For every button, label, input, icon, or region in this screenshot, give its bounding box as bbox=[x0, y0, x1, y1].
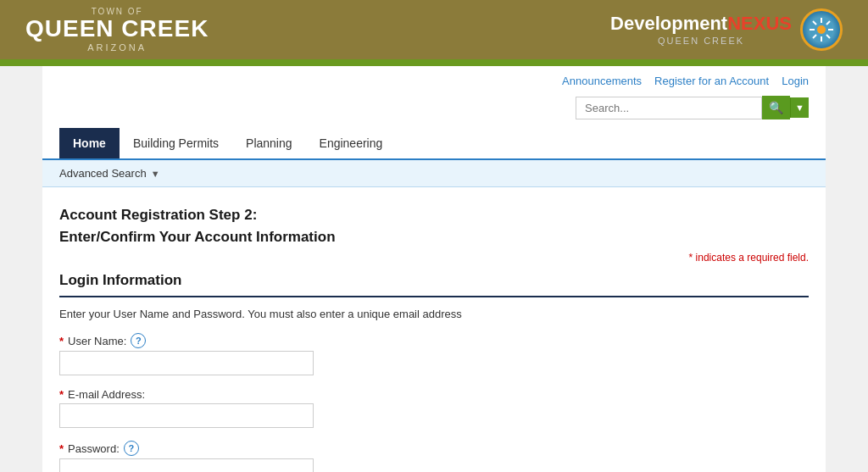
login-link[interactable]: Login bbox=[782, 75, 809, 87]
nav-home[interactable]: Home bbox=[59, 128, 120, 158]
main-nav-bar: Home Building Permits Planning Engineeri… bbox=[42, 128, 826, 158]
site-header: TOWN OF QUEEN CREEK ARIZONA DevelopmentN… bbox=[0, 0, 868, 59]
search-input[interactable] bbox=[576, 97, 762, 119]
password-input[interactable] bbox=[59, 458, 314, 472]
main-content-area: Announcements Register for an Account Lo… bbox=[42, 66, 826, 472]
username-field-group: * User Name: ? bbox=[59, 333, 809, 375]
svg-point-1 bbox=[817, 25, 826, 34]
username-help-icon[interactable]: ? bbox=[131, 333, 146, 348]
password-required-star: * bbox=[59, 442, 64, 455]
queen-creek-sub-text: QUEEN CREEK bbox=[610, 36, 792, 47]
advanced-search-bar[interactable]: Advanced Search ▼ bbox=[42, 158, 826, 187]
dev-nexus-logo: DevelopmentNEXUS QUEEN CREEK bbox=[610, 8, 843, 51]
development-text: Development bbox=[610, 13, 727, 34]
search-dropdown-button[interactable]: ▼ bbox=[790, 97, 809, 118]
section-title: Login Information bbox=[59, 272, 809, 289]
form-description: Enter your User Name and Password. You m… bbox=[59, 308, 809, 320]
register-link[interactable]: Register for an Account bbox=[654, 75, 769, 87]
password-field-group: * Password: ? bbox=[59, 441, 809, 472]
section-divider bbox=[59, 296, 809, 297]
password-label: Password: bbox=[68, 442, 120, 455]
search-button[interactable]: 🔍 bbox=[762, 96, 790, 119]
required-field-note: * indicates a required field. bbox=[59, 252, 809, 264]
search-area: 🔍 ▼ bbox=[42, 92, 826, 128]
email-required-star: * bbox=[59, 388, 64, 401]
announcements-link[interactable]: Announcements bbox=[562, 75, 642, 87]
username-required-star: * bbox=[59, 335, 64, 347]
email-input[interactable] bbox=[59, 403, 314, 428]
logo-icon bbox=[800, 8, 843, 51]
email-label: E-mail Address: bbox=[68, 388, 145, 401]
page-title: Account Registration Step 2: Enter/Confi… bbox=[59, 204, 809, 247]
email-field-group: * E-mail Address: bbox=[59, 388, 809, 428]
username-input[interactable] bbox=[59, 351, 314, 375]
green-accent-bar bbox=[0, 59, 868, 66]
nexus-text: NEXUS bbox=[727, 13, 792, 34]
nav-building-permits[interactable]: Building Permits bbox=[120, 128, 232, 158]
form-content-area: Account Registration Step 2: Enter/Confi… bbox=[42, 187, 826, 472]
password-help-icon[interactable]: ? bbox=[124, 441, 139, 456]
site-logo: TOWN OF QUEEN CREEK ARIZONA bbox=[25, 7, 209, 53]
advanced-search-arrow-icon: ▼ bbox=[151, 169, 160, 179]
top-nav-bar: Announcements Register for an Account Lo… bbox=[42, 66, 826, 92]
city-name-label: QUEEN CREEK bbox=[25, 16, 209, 42]
arizona-label: ARIZONA bbox=[87, 42, 147, 53]
advanced-search-label: Advanced Search bbox=[59, 167, 147, 180]
nav-planning[interactable]: Planning bbox=[232, 128, 306, 158]
username-label: User Name: bbox=[68, 335, 126, 347]
nav-engineering[interactable]: Engineering bbox=[306, 128, 397, 158]
